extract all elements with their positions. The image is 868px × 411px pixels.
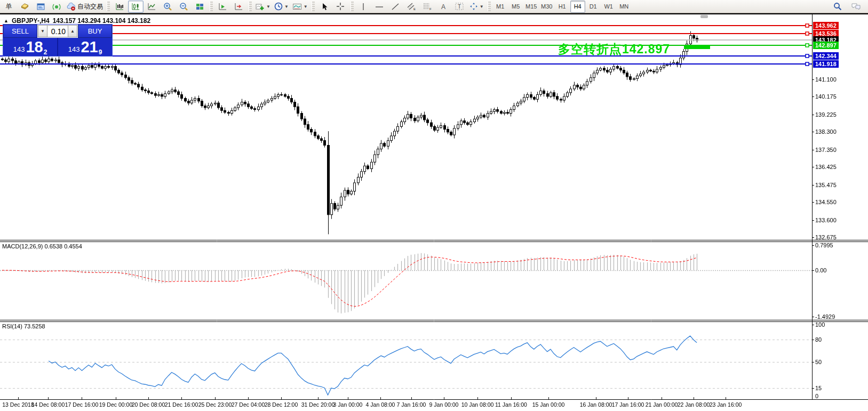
volume-decrease-button[interactable]: ▼: [38, 25, 47, 37]
auto-scroll-button[interactable]: [215, 1, 230, 13]
price-axis-tick: 141.100: [815, 76, 837, 83]
vertical-line-icon: [360, 3, 367, 11]
equidistant-channel-button[interactable]: E: [404, 1, 419, 13]
toolbar-grip: [107, 2, 110, 11]
symbol-collapse-icon[interactable]: ▲: [4, 18, 9, 23]
autotrading-button[interactable]: 自动交易: [65, 1, 105, 13]
toolbar-grip: [312, 2, 315, 11]
mt4-window: 单 自动交易: [0, 0, 868, 411]
indicators-button[interactable]: ▼: [254, 1, 272, 13]
template-icon: [292, 3, 302, 11]
time-axis-label: 11 Jan 16:00: [495, 401, 527, 408]
chart-profile-icon[interactable]: [17, 1, 33, 13]
time-axis-label: 4 Jan 08:00: [366, 401, 395, 408]
timeframe-mn[interactable]: MN: [617, 1, 632, 13]
zoom-in-button[interactable]: [160, 1, 176, 13]
price-level-label[interactable]: 142.897: [813, 42, 839, 49]
profile-icon: [20, 3, 29, 11]
signals-icon[interactable]: [49, 1, 65, 13]
timeframe-w1[interactable]: W1: [601, 1, 616, 13]
vertical-line-button[interactable]: [356, 1, 371, 13]
new-order-label: 单: [6, 2, 12, 11]
buy-price-sup: 9: [99, 50, 102, 55]
market-watch-icon[interactable]: [33, 1, 49, 13]
ohlc-values: 143.157 143.294 143.104 143.182: [53, 17, 151, 25]
timeframe-h4[interactable]: H4: [570, 1, 585, 13]
time-axis-label: 10 Jan 08:00: [461, 401, 494, 408]
toolbar: 单 自动交易: [0, 0, 868, 13]
cursor-button[interactable]: [317, 1, 332, 13]
search-button[interactable]: [830, 1, 845, 13]
crosshair-button[interactable]: [333, 1, 348, 13]
templates-button[interactable]: ▼: [291, 1, 309, 13]
timeframe-d1[interactable]: D1: [586, 1, 601, 13]
bar-chart-icon: [115, 3, 124, 11]
price-level-label[interactable]: 141.918: [813, 60, 839, 68]
sell-price[interactable]: 143 18 2: [3, 38, 57, 56]
buy-price-big: 21: [81, 39, 98, 55]
rsi-axis-tick: 100: [815, 321, 825, 328]
trendline-button[interactable]: [388, 1, 403, 13]
price-axis-tick: 139.225: [815, 111, 837, 118]
price-axis-tick: 138.300: [815, 128, 837, 135]
chevron-down-icon: ▼: [284, 4, 289, 9]
autotrading-icon: [67, 3, 76, 11]
macd-axis-tick: 0.7995: [815, 242, 833, 248]
timeframe-m30[interactable]: M30: [539, 1, 554, 13]
zoom-out-button[interactable]: [176, 1, 192, 13]
new-order-button[interactable]: 单: [1, 1, 17, 13]
chevron-down-icon: ▼: [480, 4, 484, 9]
macd-axis-tick: 0.00: [815, 267, 826, 273]
rsi-axis-tick: 80: [815, 336, 822, 343]
horizontal-line-button[interactable]: [372, 1, 387, 13]
periods-button[interactable]: ▼: [273, 1, 290, 13]
volume-input[interactable]: 0.10: [47, 25, 68, 37]
text-label-button[interactable]: T: [452, 1, 467, 13]
rsi-axis-tick: 50: [815, 359, 822, 365]
chart-window[interactable]: ▲ GBPJPY-,H4 143.157 143.294 143.104 143…: [0, 13, 868, 411]
timeframe-m5[interactable]: M5: [508, 1, 523, 13]
timeframe-h1[interactable]: H1: [555, 1, 570, 13]
candlestick-chart-button[interactable]: [128, 1, 144, 13]
svg-text:F: F: [429, 7, 432, 11]
tile-windows-button[interactable]: [192, 1, 208, 13]
price-level-label[interactable]: 142.344: [813, 52, 839, 60]
time-axis-label: 21 Jan 00:00: [646, 401, 678, 408]
toolbar-grip: [249, 2, 252, 11]
time-axis-label: 16 Jan 08:00: [580, 401, 612, 408]
candlestick-icon: [131, 3, 140, 11]
text-button[interactable]: A: [436, 1, 451, 13]
sell-button[interactable]: SELL: [3, 25, 37, 38]
time-axis-label: 15 Jan 00:00: [532, 401, 565, 408]
timeframe-m15[interactable]: M15: [524, 1, 539, 13]
chevron-down-icon: ▼: [304, 4, 308, 9]
buy-button[interactable]: BUY: [78, 25, 112, 38]
price-axis-tick: 137.350: [815, 147, 837, 153]
rsi-axis-tick: 15: [815, 385, 822, 391]
chevron-down-icon: ▼: [266, 4, 270, 9]
bar-chart-button[interactable]: [112, 1, 128, 13]
fibonacci-icon: F: [423, 2, 432, 11]
chat-icon: [851, 2, 861, 11]
fibonacci-button[interactable]: F: [420, 1, 435, 13]
pivot-annotation: 多空转折点142.897: [558, 41, 670, 58]
svg-text:T: T: [458, 4, 461, 10]
chart-shift-marker[interactable]: [700, 15, 708, 18]
chart-shift-button[interactable]: [231, 1, 246, 13]
chart-canvas[interactable]: [0, 14, 868, 411]
line-chart-icon: [147, 3, 156, 11]
chart-shift-icon: [234, 3, 243, 11]
price-axis-tick: 135.475: [815, 182, 837, 188]
arrows-button[interactable]: ▼: [468, 1, 485, 13]
buy-price[interactable]: 143 21 9: [58, 38, 112, 56]
chat-button[interactable]: [848, 1, 864, 13]
svg-text:E: E: [413, 7, 416, 11]
timeframe-m1[interactable]: M1: [493, 1, 508, 13]
cursor-icon: [321, 3, 328, 11]
price-level-label[interactable]: 143.962: [813, 22, 839, 29]
line-chart-button[interactable]: [144, 1, 160, 13]
symbol-name: GBPJPY-,H4: [12, 17, 50, 25]
toolbar-grip: [210, 2, 213, 11]
zoom-in-icon: [163, 2, 172, 11]
volume-increase-button[interactable]: ▲: [68, 25, 77, 37]
